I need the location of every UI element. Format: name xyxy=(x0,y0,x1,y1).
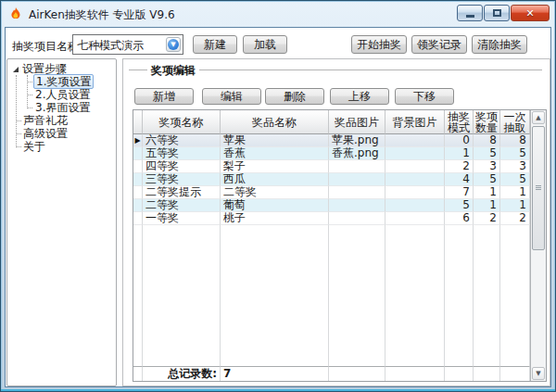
table-cell xyxy=(385,199,445,212)
groupbox-title: 奖项编辑 xyxy=(147,63,199,79)
award-records-button[interactable]: 领奖记录 xyxy=(411,35,467,54)
tree-item-label: 3.界面设置 xyxy=(35,101,90,114)
table-cell: 香蕉.png xyxy=(329,147,385,160)
close-button[interactable]: ✕ xyxy=(511,5,550,21)
table-row[interactable]: 二等奖葡萄511 xyxy=(133,199,530,212)
clear-lottery-button[interactable]: 清除抽奖 xyxy=(472,35,527,54)
header-background-image[interactable]: 背景图片 xyxy=(385,110,445,134)
filler-cell xyxy=(500,225,530,366)
tree-item-advanced-settings[interactable]: 高级设置 xyxy=(23,127,68,140)
footer-cell xyxy=(500,366,530,381)
chevron-down-icon: ▼ xyxy=(168,39,179,50)
scrollbar-thumb[interactable] xyxy=(532,126,545,250)
table-cell: 6 xyxy=(445,212,474,225)
header-item-name[interactable]: 奖品名称 xyxy=(221,110,329,134)
table-cell: 5 xyxy=(500,173,530,186)
tree-line xyxy=(28,107,32,108)
table-cell xyxy=(385,147,445,160)
project-name-label: 抽奖项目名称 xyxy=(12,39,79,55)
table-cell xyxy=(385,212,445,225)
header-item-image[interactable]: 奖品图片 xyxy=(329,110,385,134)
minimize-icon xyxy=(466,15,474,18)
tree-item-about[interactable]: 关于 xyxy=(23,140,45,153)
tree-item-prize-settings[interactable]: 1.奖项设置 xyxy=(33,75,94,88)
table-cell: 二等奖 xyxy=(143,199,221,212)
table-cell xyxy=(385,160,445,173)
footer-cell xyxy=(445,366,474,381)
vertical-scrollbar[interactable]: ▲ ▼ xyxy=(530,110,546,381)
table-cell: 四等奖 xyxy=(143,160,221,173)
scroll-up-icon[interactable]: ▲ xyxy=(532,111,545,124)
header-lottery-mode[interactable]: 抽奖模式 xyxy=(445,110,474,134)
tree-item-setup-steps[interactable]: 设置步骤 xyxy=(22,62,67,75)
move-up-button[interactable]: 上移 xyxy=(330,88,389,105)
tree-item-label: 声音礼花 xyxy=(23,114,68,127)
header-prize-name[interactable]: 奖项名称 xyxy=(143,110,221,134)
tree-expander-icon[interactable] xyxy=(13,67,19,72)
tree-item-label: 2.人员设置 xyxy=(35,88,90,101)
tree-item-label: 高级设置 xyxy=(23,127,68,140)
table-cell xyxy=(329,173,385,186)
maximize-button[interactable] xyxy=(484,5,510,21)
table-row[interactable]: 五等奖香蕉香蕉.png155 xyxy=(133,147,530,160)
prize-edit-panel: 奖项编辑 新增 编辑 删除 上移 下移 奖项名称 奖品名称 奖品图片 背景图片 … xyxy=(122,58,550,386)
window-title: AirKen抽奖软件 专业版 V9.6 xyxy=(29,7,175,23)
project-combobox-value: 七种模式演示 xyxy=(77,38,144,54)
table-row[interactable]: 一等奖桃子622 xyxy=(133,212,530,225)
table-cell xyxy=(329,212,385,225)
table-row[interactable]: 二等奖提示二等奖711 xyxy=(133,186,530,199)
tree-item-interface-settings[interactable]: 3.界面设置 xyxy=(35,101,90,114)
tree-item-people-settings[interactable]: 2.人员设置 xyxy=(35,88,90,101)
tree-line xyxy=(17,133,21,134)
start-lottery-button[interactable]: 开始抽奖 xyxy=(351,35,407,54)
header-draw-per-time[interactable]: 一次抽取 xyxy=(500,110,530,134)
table-cell: 苹果 xyxy=(221,134,329,147)
table-cell: 1 xyxy=(474,199,500,212)
edit-button[interactable]: 编辑 xyxy=(202,88,261,105)
combo-dropdown-button[interactable]: ▼ xyxy=(166,37,181,52)
project-combobox[interactable]: 七种模式演示 ▼ xyxy=(72,34,183,55)
table-row[interactable]: ▶六等奖苹果苹果.png088 xyxy=(133,134,530,147)
filler-cell xyxy=(474,225,500,366)
delete-button[interactable]: 删除 xyxy=(265,88,324,105)
table-cell: 5 xyxy=(474,147,500,160)
tree-line xyxy=(16,75,17,147)
maximize-icon xyxy=(493,9,501,17)
filler-cell xyxy=(133,225,143,366)
tree-line xyxy=(28,95,32,95)
footer-cell xyxy=(385,366,445,381)
minimize-button[interactable] xyxy=(457,5,483,21)
table-row[interactable]: 三等奖西瓜455 xyxy=(133,173,530,186)
move-down-button[interactable]: 下移 xyxy=(395,88,454,105)
filler-cell xyxy=(329,225,385,366)
prize-table: 奖项名称 奖品名称 奖品图片 背景图片 抽奖模式 奖项数量 一次抽取 ▶六等奖苹… xyxy=(133,109,547,382)
filler-cell xyxy=(221,225,329,366)
table-cell: 5 xyxy=(474,173,500,186)
filler-cell xyxy=(445,225,474,366)
tree-item-sound-fireworks[interactable]: 声音礼花 xyxy=(23,114,68,127)
table-cell: 1 xyxy=(500,186,530,199)
tree-line xyxy=(27,75,28,108)
title-bar[interactable]: AirKen抽奖软件 专业版 V9.6 ✕ xyxy=(1,1,555,27)
table-cell: 苹果.png xyxy=(329,134,385,147)
table-cell: 5 xyxy=(500,147,530,160)
load-button[interactable]: 加载 xyxy=(243,35,287,54)
table-cell: 1 xyxy=(500,199,530,212)
tree-line xyxy=(17,120,21,121)
table-row[interactable]: 四等奖梨子233 xyxy=(133,160,530,173)
footer-cell xyxy=(474,366,500,381)
table-cell: 1 xyxy=(445,147,474,160)
new-button[interactable]: 新建 xyxy=(193,35,237,54)
header-prize-count[interactable]: 奖项数量 xyxy=(474,110,500,134)
add-button[interactable]: 新增 xyxy=(134,88,194,105)
table-cell: 西瓜 xyxy=(221,173,329,186)
table-body: ▶六等奖苹果苹果.png088五等奖香蕉香蕉.png155四等奖梨子233三等奖… xyxy=(133,134,530,225)
row-selector xyxy=(133,186,143,199)
scroll-down-icon[interactable]: ▼ xyxy=(532,367,545,380)
table-cell: 1 xyxy=(474,186,500,199)
row-selector-arrow-icon: ▶ xyxy=(133,134,143,147)
table-cell: 8 xyxy=(500,134,530,147)
row-selector xyxy=(133,147,143,160)
table-cell xyxy=(329,199,385,212)
table-cell: 0 xyxy=(445,134,474,147)
